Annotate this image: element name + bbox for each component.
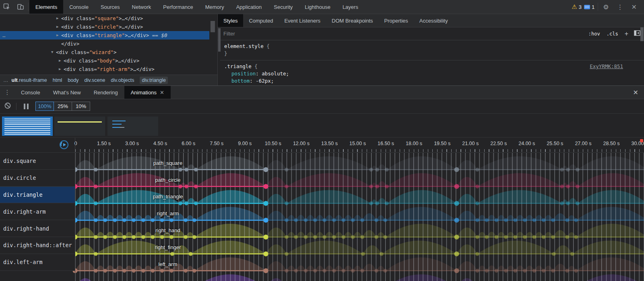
keyframe-dot[interactable]: [560, 185, 564, 189]
keyframe-dot[interactable]: [160, 218, 164, 222]
breadcrumb-item[interactable]: html: [53, 77, 62, 83]
keyframe-dot[interactable]: [551, 269, 555, 273]
keyframe-dot[interactable]: [294, 218, 298, 222]
timeline-tracks[interactable]: div.squarediv.circlediv.trianglediv.righ…: [0, 152, 644, 281]
tab-computed[interactable]: Computed: [243, 14, 279, 27]
track-node-div-triangle[interactable]: div.triangle: [0, 187, 75, 204]
tab-console[interactable]: Console: [63, 0, 95, 14]
keyframe-dot[interactable]: [184, 269, 188, 273]
keyframe-dot[interactable]: [122, 218, 126, 222]
keyframe-dot[interactable]: [533, 235, 537, 239]
animation-group-preview-1[interactable]: [2, 117, 53, 136]
keyframe-dot[interactable]: [189, 252, 193, 256]
keyframe-dot[interactable]: [178, 185, 182, 189]
keyframe-dot[interactable]: [94, 252, 98, 256]
keyframe-dot[interactable]: [495, 269, 499, 273]
keyframe-dot[interactable]: [332, 235, 336, 239]
keyframe-dot[interactable]: [285, 185, 289, 189]
keyframe-dot[interactable]: [160, 235, 164, 239]
issues-icon[interactable]: [584, 5, 590, 9]
tab-styles[interactable]: Styles: [218, 14, 243, 27]
tab-memory[interactable]: Memory: [199, 0, 230, 14]
settings-gear-icon[interactable]: ⚙: [599, 3, 613, 11]
keyframe-dot[interactable]: [285, 168, 289, 172]
keyframe-dot[interactable]: [454, 252, 459, 256]
dom-row[interactable]: ▼<div class="wizard">: [0, 48, 209, 56]
warning-icon[interactable]: ⚠: [572, 3, 577, 10]
tab-dom-breakpoints[interactable]: DOM Breakpoints: [326, 14, 379, 27]
keyframe-dot[interactable]: [374, 235, 378, 239]
keyframe-dot[interactable]: [192, 218, 196, 222]
keyframe-dot[interactable]: [576, 168, 580, 172]
track-node-div-circle[interactable]: div.circle: [0, 170, 75, 187]
dom-row[interactable]: ▶<div class="square">…</div>: [0, 14, 209, 23]
keyframe-dot[interactable]: [113, 218, 117, 222]
keyframe-dot[interactable]: [170, 252, 174, 256]
keyframe-dot[interactable]: [122, 235, 126, 239]
keyframe-dot[interactable]: [94, 218, 98, 222]
clear-all-icon[interactable]: [4, 102, 11, 110]
tab-properties[interactable]: Properties: [379, 14, 414, 27]
breadcrumb-item-selected[interactable]: div.triangle: [140, 77, 168, 84]
breadcrumb-item[interactable]: div.objects: [111, 77, 134, 83]
keyframe-dot[interactable]: [566, 185, 570, 189]
keyframe-dot[interactable]: [264, 235, 268, 239]
elements-scrollbar[interactable]: [210, 19, 216, 83]
keyframe-dot[interactable]: [264, 167, 268, 172]
drawer-tab-what-s-new[interactable]: What's New: [47, 86, 87, 99]
css-property[interactable]: position: absolute;: [224, 70, 644, 77]
keyframe-dot[interactable]: [132, 269, 136, 273]
keyframe-dot[interactable]: [504, 235, 508, 239]
dom-row[interactable]: ▶<div class="circle">…</div>: [0, 23, 209, 31]
keyframe-dot[interactable]: [184, 218, 188, 222]
keyframe-dot[interactable]: [313, 269, 317, 273]
keyframe-dot[interactable]: [523, 218, 527, 222]
keyframe-dot[interactable]: [113, 269, 117, 273]
tab-event-listeners[interactable]: Event Listeners: [279, 14, 326, 27]
toggle-hover-state-button[interactable]: :hov: [588, 31, 600, 37]
keyframe-dot[interactable]: [523, 235, 527, 239]
keyframe-dot[interactable]: [294, 269, 298, 273]
track-node-div-right-arm[interactable]: div.right-arm: [0, 203, 75, 220]
keyframe-dot[interactable]: [475, 168, 479, 172]
keyframe-dot[interactable]: [322, 269, 326, 273]
dom-row[interactable]: </div>: [0, 40, 209, 48]
tab-network[interactable]: Network: [126, 0, 157, 14]
breadcrumb-item[interactable]: div.scene: [84, 77, 105, 83]
breadcrumb-item[interactable]: ult.result-iframe: [12, 77, 47, 83]
tab-elements[interactable]: Elements: [29, 0, 63, 14]
keyframe-dot[interactable]: [574, 235, 578, 239]
inspect-element-icon[interactable]: [0, 0, 14, 14]
keyframe-dot[interactable]: [566, 202, 570, 206]
keyframe-dot[interactable]: [113, 235, 117, 239]
expand-arrow-icon[interactable]: ▼: [51, 48, 53, 56]
keyframe-dot[interactable]: [132, 235, 136, 239]
keyframe-dot[interactable]: [342, 269, 346, 273]
keyframe-dot[interactable]: [369, 202, 373, 206]
playhead-marker[interactable]: [640, 139, 643, 142]
keyframe-dot[interactable]: [574, 218, 578, 222]
keyframe-dot[interactable]: [513, 269, 517, 273]
stylesheet-link[interactable]: ExyYRMK:851: [590, 63, 623, 69]
keyframe-dot[interactable]: [576, 202, 580, 206]
keyframe-dot[interactable]: [475, 218, 479, 222]
tab-performance[interactable]: Performance: [157, 0, 199, 14]
keyframe-dot[interactable]: [194, 168, 198, 172]
keyframe-dot[interactable]: [475, 185, 479, 189]
keyframe-dot[interactable]: [94, 269, 98, 273]
keyframe-dot[interactable]: [304, 235, 308, 239]
keyframe-dot[interactable]: [285, 252, 289, 256]
rate-button-10[interactable]: 10%: [72, 102, 90, 111]
keyframe-dot[interactable]: [304, 269, 308, 273]
tracks-canvas[interactable]: [0, 153, 644, 281]
keyframe-dot[interactable]: [385, 168, 389, 172]
keyframe-dot[interactable]: [383, 235, 387, 239]
keyframe-dot[interactable]: [504, 269, 508, 273]
styles-filter-input[interactable]: [223, 31, 585, 37]
keyframe-dot[interactable]: [141, 218, 145, 222]
keyframe-dot[interactable]: [360, 269, 364, 273]
keyframe-dot[interactable]: [383, 269, 387, 273]
drawer-menu-icon[interactable]: ⋮: [0, 86, 14, 99]
keyframe-dot[interactable]: [454, 184, 459, 189]
keyframe-dot[interactable]: [192, 235, 196, 239]
